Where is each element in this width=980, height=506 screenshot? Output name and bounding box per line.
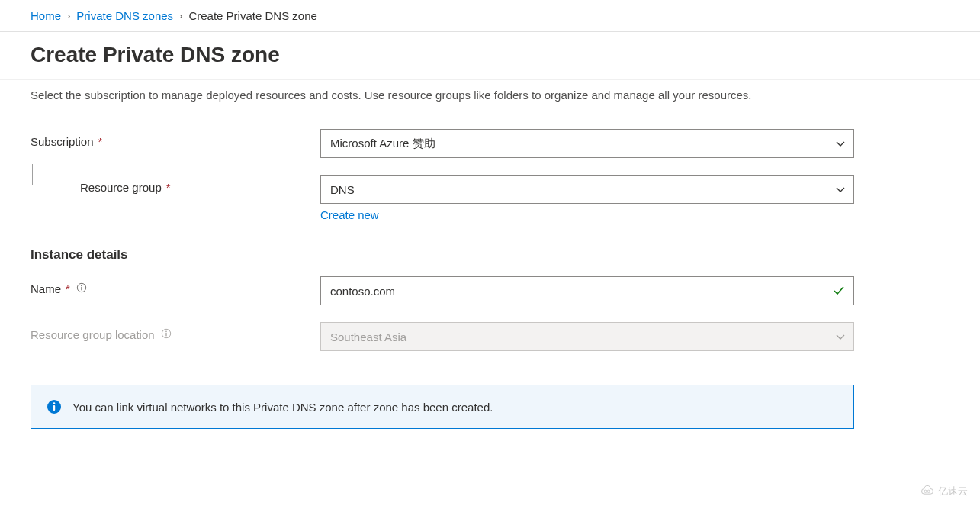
form-content: Select the subscription to manage deploy…: [0, 80, 885, 429]
required-indicator: *: [98, 135, 103, 148]
name-input[interactable]: contoso.com: [320, 276, 854, 305]
svg-rect-5: [165, 333, 166, 336]
chevron-down-icon: [835, 138, 846, 149]
watermark-text: 亿速云: [938, 485, 968, 498]
svg-point-7: [53, 402, 56, 404]
form-description: Select the subscription to manage deploy…: [31, 86, 854, 105]
required-indicator: *: [166, 181, 171, 194]
watermark: 亿速云: [920, 485, 968, 498]
cloud-icon: [920, 485, 935, 498]
name-row: Name* contoso.com: [31, 276, 854, 305]
chevron-down-icon: [835, 184, 846, 195]
info-icon: [47, 399, 62, 414]
tree-connector-icon: [32, 164, 70, 185]
svg-point-10: [927, 490, 930, 492]
resource-group-value: DNS: [330, 183, 355, 196]
svg-point-4: [165, 331, 167, 333]
info-banner-text: You can link virtual networks to this Pr…: [72, 401, 493, 414]
instance-details-heading: Instance details: [31, 247, 854, 263]
location-label: Resource group location: [31, 322, 320, 341]
subscription-value: Microsoft Azure 赞助: [330, 137, 435, 151]
page-title: Create Private DNS zone: [0, 32, 980, 80]
name-label: Name*: [31, 276, 320, 295]
chevron-down-icon: [835, 331, 846, 342]
subscription-row: Subscription* Microsoft Azure 赞助: [31, 129, 854, 158]
resource-group-label: Resource group*: [31, 175, 320, 194]
svg-point-1: [81, 285, 82, 287]
info-banner: You can link virtual networks to this Pr…: [31, 385, 854, 429]
breadcrumb-zones-link[interactable]: Private DNS zones: [76, 9, 173, 22]
svg-point-9: [924, 490, 927, 492]
chevron-right-icon: ›: [179, 10, 182, 21]
location-value: Southeast Asia: [330, 330, 406, 343]
breadcrumb: Home › Private DNS zones › Create Privat…: [0, 0, 980, 32]
location-row: Resource group location Southeast Asia: [31, 322, 854, 351]
subscription-select[interactable]: Microsoft Azure 赞助: [320, 129, 854, 158]
checkmark-icon: [832, 284, 846, 298]
breadcrumb-home-link[interactable]: Home: [31, 9, 61, 22]
create-new-link[interactable]: Create new: [320, 208, 379, 221]
name-value: contoso.com: [330, 285, 395, 298]
breadcrumb-current: Create Private DNS zone: [188, 9, 316, 22]
required-indicator: *: [66, 282, 70, 295]
resource-group-select[interactable]: DNS: [320, 175, 854, 204]
info-icon[interactable]: [73, 282, 87, 295]
subscription-label: Subscription*: [31, 129, 320, 148]
resource-group-row: Resource group* DNS Create new: [31, 175, 854, 221]
location-select: Southeast Asia: [320, 322, 854, 351]
info-icon[interactable]: [158, 328, 172, 341]
svg-rect-8: [53, 405, 55, 411]
svg-rect-2: [81, 287, 82, 290]
chevron-right-icon: ›: [67, 10, 70, 21]
